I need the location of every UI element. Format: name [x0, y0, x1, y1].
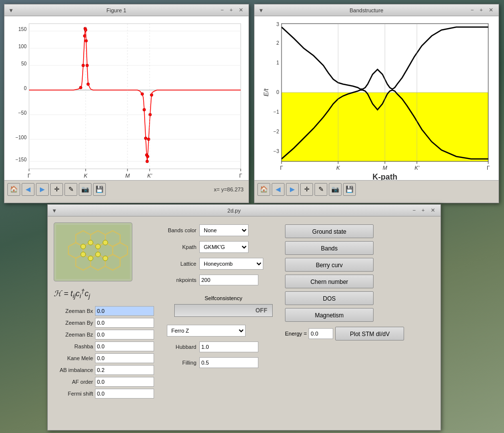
svg-point-22	[86, 64, 89, 67]
af-order-input[interactable]	[95, 377, 154, 387]
energy-label: Energy =	[285, 331, 307, 337]
dos-button[interactable]: DOS	[285, 291, 374, 305]
svg-point-16	[79, 86, 82, 89]
edit-btn[interactable]: ✎	[64, 183, 77, 196]
bs-minimize[interactable]: −	[469, 7, 475, 13]
svg-point-29	[146, 155, 149, 158]
selfconsistency-section: Selfconsistency OFF	[167, 295, 280, 317]
svg-point-21	[85, 39, 88, 42]
zeeman-bz-input[interactable]	[95, 330, 154, 340]
svg-point-32	[150, 93, 153, 96]
svg-text:Γ: Γ	[239, 173, 242, 179]
svg-text:0: 0	[24, 86, 27, 91]
bs-maximize[interactable]: +	[478, 7, 484, 13]
bs-forward-btn[interactable]: ▶	[286, 183, 299, 196]
svg-text:−2: −2	[274, 129, 280, 134]
filling-label: Filling	[167, 360, 196, 366]
savefig-btn[interactable]: 📷	[79, 183, 92, 196]
bands-color-label: Bands color	[167, 227, 196, 233]
svg-point-17	[82, 64, 85, 67]
zeeman-bx-row: Zeeman Bx	[54, 306, 162, 316]
svg-point-26	[144, 137, 147, 140]
zeeman-by-label: Zeeman By	[54, 320, 93, 326]
bs-save-btn[interactable]: 💾	[343, 183, 356, 196]
ferro-select[interactable]: Ferro Z Ferro X AF Z	[167, 325, 246, 337]
zeeman-by-row: Zeeman By	[54, 318, 162, 328]
twodpy-maximize[interactable]: +	[420, 207, 426, 214]
svg-text:−150: −150	[15, 157, 27, 162]
bandstructure-controls[interactable]: − + ✕	[469, 7, 495, 13]
rashba-input[interactable]	[95, 341, 154, 351]
svg-text:K′: K′	[414, 165, 419, 171]
selfconsistency-toggle[interactable]: OFF	[174, 304, 273, 317]
figure1-window: ▼ Figure 1 − + ✕ 150 100 50 0 −50 −100 −…	[4, 4, 249, 203]
af-order-label: AF order	[54, 379, 93, 385]
plot-stm-button[interactable]: Plot STM dI/dV	[335, 327, 404, 340]
svg-point-23	[87, 83, 90, 86]
bandstructure-chart: 3 2 1 0 −1 −2 −3 E/t Γ K M K′	[254, 16, 499, 180]
home-btn[interactable]: 🏠	[7, 183, 20, 196]
nkpoints-input[interactable]	[199, 275, 258, 285]
svg-point-88	[103, 256, 108, 261]
svg-point-84	[88, 240, 93, 245]
param-grid: Zeeman Bx Zeeman By Zeeman Bz Rashba Kan…	[54, 306, 162, 399]
figure1-close[interactable]: ✕	[237, 7, 245, 13]
ab-imbalance-input[interactable]	[95, 365, 154, 375]
kpath-label: Kpath	[167, 244, 196, 250]
right-panel: Ground state Bands Berry curv Chern numb…	[285, 222, 435, 424]
coords-display: x= y=86.273	[214, 186, 244, 192]
bs-edit-btn[interactable]: ✎	[315, 183, 327, 196]
zeeman-bx-input[interactable]	[95, 306, 154, 316]
selfconsistency-label: Selfconsistency	[205, 295, 242, 301]
svg-text:Γ: Γ	[28, 173, 31, 179]
toggle-off-label: OFF	[255, 307, 267, 314]
save-btn[interactable]: 💾	[93, 183, 106, 196]
svg-text:M: M	[125, 173, 130, 179]
svg-text:2: 2	[276, 40, 279, 46]
svg-point-83	[81, 244, 86, 249]
figure1-maximize[interactable]: +	[228, 7, 234, 13]
ground-state-button[interactable]: Ground state	[285, 224, 374, 238]
filling-input[interactable]	[199, 357, 258, 368]
back-btn[interactable]: ◀	[22, 183, 34, 196]
hubbard-input[interactable]	[199, 341, 258, 352]
chern-number-button[interactable]: Chern number	[285, 275, 374, 288]
svg-point-87	[95, 252, 100, 257]
svg-text:K-path: K-path	[373, 173, 398, 180]
middle-panel: Bands color None Red Blue Kpath GKMK'G G…	[167, 222, 280, 424]
lattice-select[interactable]: Honeycomb Square Triangular	[199, 258, 263, 270]
pan-btn[interactable]: ✛	[50, 183, 63, 196]
magnetism-button[interactable]: Magnetism	[285, 308, 374, 322]
svg-text:K′: K′	[147, 173, 152, 179]
bands-color-select[interactable]: None Red Blue	[199, 224, 249, 236]
svg-text:100: 100	[18, 44, 27, 49]
fermi-shift-input[interactable]	[95, 389, 154, 399]
svg-text:Γ: Γ	[280, 165, 283, 171]
figure1-minimize[interactable]: −	[219, 7, 225, 13]
svg-point-86	[88, 256, 93, 261]
kane-mele-input[interactable]	[95, 353, 154, 363]
svg-text:−1: −1	[274, 109, 280, 115]
zeeman-by-input[interactable]	[95, 318, 154, 328]
figure1-controls[interactable]: − + ✕	[219, 7, 245, 13]
twodpy-controls[interactable]: − + ✕	[411, 207, 437, 214]
twodpy-close[interactable]: ✕	[429, 207, 437, 214]
bands-button[interactable]: Bands	[285, 241, 374, 255]
berry-curv-button[interactable]: Berry curv	[285, 258, 374, 272]
energy-input[interactable]	[309, 328, 333, 339]
twodpy-minimize[interactable]: −	[411, 207, 417, 214]
hubbard-label: Hubbard	[167, 344, 196, 350]
bs-savefig-btn[interactable]: 📷	[329, 183, 342, 196]
forward-btn[interactable]: ▶	[36, 183, 49, 196]
kpath-select[interactable]: GKMK'G GM	[199, 241, 249, 253]
svg-text:0: 0	[276, 90, 279, 95]
svg-point-24	[141, 93, 144, 95]
bs-close[interactable]: ✕	[487, 7, 495, 13]
bs-back-btn[interactable]: ◀	[272, 183, 284, 196]
bs-home-btn[interactable]: 🏠	[257, 183, 270, 196]
svg-point-28	[146, 160, 149, 163]
svg-point-85	[95, 244, 100, 249]
kpath-row: Kpath GKMK'G GM	[167, 241, 280, 253]
twodpy-title: 2d.py	[57, 208, 411, 214]
bs-pan-btn[interactable]: ✛	[300, 183, 313, 196]
